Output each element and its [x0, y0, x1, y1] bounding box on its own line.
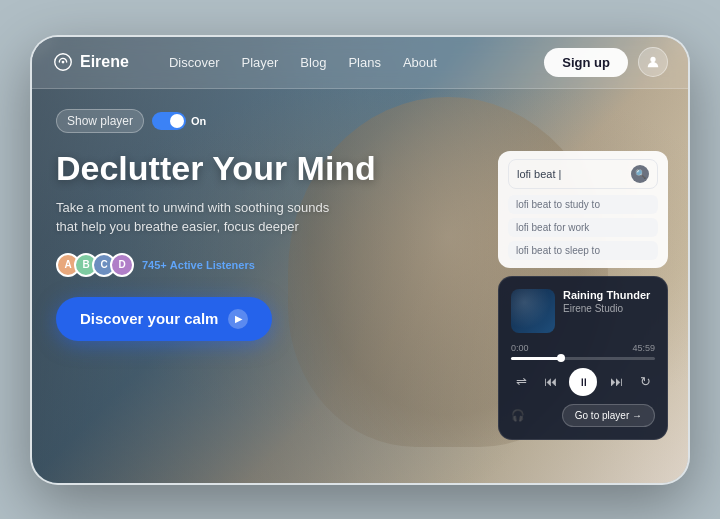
search-widget: lofi beat | 🔍 lofi beat to study to lofi… — [498, 151, 668, 268]
logo[interactable]: Eirene — [52, 51, 129, 73]
hero-subtitle: Take a moment to unwind with soothing so… — [56, 198, 336, 237]
search-tag-0[interactable]: lofi beat to study to — [508, 195, 658, 214]
nav-about[interactable]: About — [403, 55, 437, 70]
svg-point-1 — [650, 57, 655, 62]
user-avatar-button[interactable] — [638, 47, 668, 77]
repeat-button[interactable]: ↻ — [635, 372, 655, 392]
svg-point-0 — [62, 61, 65, 64]
next-button[interactable]: ⏭ — [606, 372, 626, 392]
nav-links: Discover Player Blog Plans About — [169, 55, 437, 70]
search-tags: lofi beat to study to lofi beat for work… — [508, 195, 658, 260]
nav-blog[interactable]: Blog — [300, 55, 326, 70]
progress-bar[interactable] — [511, 357, 655, 360]
search-tag-2[interactable]: lofi beat to sleep to — [508, 241, 658, 260]
go-to-player-button[interactable]: Go to player → — [562, 404, 655, 427]
toggle-state: On — [191, 115, 206, 127]
avatar-group: A B C D — [56, 253, 134, 277]
logo-icon — [52, 51, 74, 73]
logo-text: Eirene — [80, 53, 129, 71]
progress-fill — [511, 357, 561, 360]
nav-plans[interactable]: Plans — [348, 55, 381, 70]
player-header: Raining Thunder Eirene Studio — [511, 289, 655, 333]
play-icon: ▶ — [228, 309, 248, 329]
headphones-icon: 🎧 — [511, 409, 525, 422]
prev-button[interactable]: ⏮ — [540, 372, 560, 392]
time-elapsed: 0:00 — [511, 343, 529, 353]
progress-dot — [557, 354, 565, 362]
album-art — [511, 289, 555, 333]
search-input-row[interactable]: lofi beat | 🔍 — [508, 159, 658, 189]
time-row: 0:00 45:59 — [511, 343, 655, 353]
track-title: Raining Thunder — [563, 289, 655, 301]
search-tag-1[interactable]: lofi beat for work — [508, 218, 658, 237]
nav-actions: Sign up — [544, 47, 668, 77]
progress-section: 0:00 45:59 — [511, 343, 655, 360]
toggle-track — [152, 112, 186, 130]
cta-button[interactable]: Discover your calm ▶ — [56, 297, 272, 341]
show-player-row: Show player On — [56, 109, 664, 133]
play-pause-button[interactable]: ⏸ — [569, 368, 597, 396]
show-player-label: Show player — [56, 109, 144, 133]
social-count: 745+ — [142, 259, 167, 271]
player-footer: 🎧 Go to player → — [511, 404, 655, 427]
social-label-text: Active Listeners — [170, 259, 255, 271]
shuffle-button[interactable]: ⇌ — [511, 372, 531, 392]
player-toggle[interactable]: On — [152, 112, 206, 130]
nav-discover[interactable]: Discover — [169, 55, 220, 70]
device-frame: Eirene Discover Player Blog Plans About … — [30, 35, 690, 485]
track-info: Raining Thunder Eirene Studio — [563, 289, 655, 314]
navbar: Eirene Discover Player Blog Plans About … — [32, 37, 688, 89]
social-count-text: 745+ Active Listeners — [142, 259, 255, 271]
mini-avatar-4: D — [110, 253, 134, 277]
album-art-inner — [511, 289, 555, 333]
main-content: Show player On Declutter Your Mind Take … — [32, 89, 688, 483]
search-input-text: lofi beat | — [517, 168, 625, 180]
nav-player[interactable]: Player — [242, 55, 279, 70]
toggle-thumb — [170, 114, 184, 128]
cta-label: Discover your calm — [80, 310, 218, 327]
time-total: 45:59 — [632, 343, 655, 353]
right-panel: lofi beat | 🔍 lofi beat to study to lofi… — [498, 151, 668, 440]
search-icon[interactable]: 🔍 — [631, 165, 649, 183]
track-artist: Eirene Studio — [563, 303, 655, 314]
music-player-widget: Raining Thunder Eirene Studio 0:00 45:59 — [498, 276, 668, 440]
signup-button[interactable]: Sign up — [544, 48, 628, 77]
player-controls: ⇌ ⏮ ⏸ ⏭ ↻ — [511, 368, 655, 396]
hero-title: Declutter Your Mind — [56, 149, 376, 188]
